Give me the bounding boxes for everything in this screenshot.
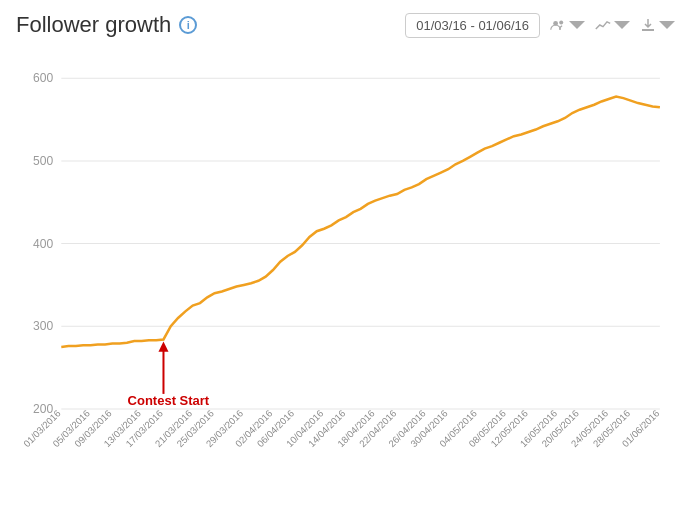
download-icon [640,17,656,33]
info-icon[interactable]: i [179,16,197,34]
page-container: Follower growth i 01/03/16 - 01/06/16 [0,0,691,509]
chart-svg: 20030040050060001/03/201605/03/201609/03… [16,48,675,478]
svg-marker-2 [569,21,585,29]
svg-text:500: 500 [33,154,53,168]
download-dropdown-icon [659,17,675,33]
trend-icon [595,17,611,33]
svg-text:300: 300 [33,319,53,333]
svg-text:600: 600 [33,71,53,85]
chart-area: 20030040050060001/03/201605/03/201609/03… [16,48,675,478]
date-range-picker[interactable]: 01/03/16 - 01/06/16 [405,13,540,38]
followers-control[interactable] [550,17,585,33]
chart-controls: 01/03/16 - 01/06/16 [405,13,675,38]
followers-icon [550,17,566,33]
svg-marker-3 [614,21,630,29]
title-area: Follower growth i [16,12,197,38]
trend-control[interactable] [595,17,630,33]
svg-text:400: 400 [33,237,53,251]
followers-dropdown-icon [569,17,585,33]
chart-header: Follower growth i 01/03/16 - 01/06/16 [16,12,675,38]
download-control[interactable] [640,17,675,33]
svg-point-1 [559,21,563,25]
page-title: Follower growth [16,12,171,38]
svg-marker-40 [158,342,168,352]
trend-dropdown-icon [614,17,630,33]
svg-marker-4 [659,21,675,29]
